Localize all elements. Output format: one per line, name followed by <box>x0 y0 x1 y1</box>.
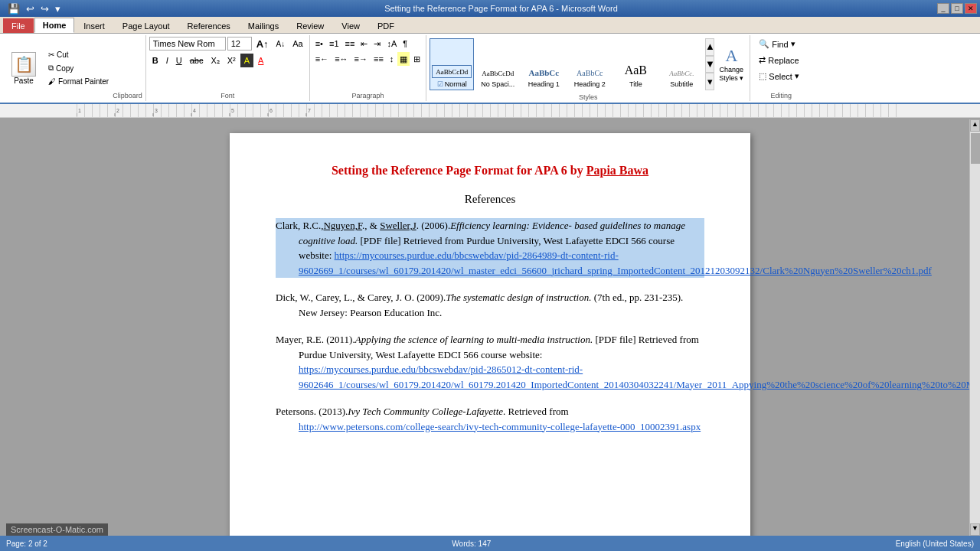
show-marks-button[interactable]: ¶ <box>400 37 410 51</box>
font-format-row: B I U abc X₂ X² A A <box>149 54 267 67</box>
font-color-button[interactable]: A <box>255 54 266 67</box>
scroll-thumb[interactable] <box>971 133 980 164</box>
ref3-title: Applying the science of learning to mult… <box>355 334 593 345</box>
style-subtitle-preview: AaBbCc. <box>662 68 701 79</box>
font-name-input[interactable] <box>149 37 226 51</box>
styles-more[interactable]: ▾ <box>705 73 714 90</box>
find-button[interactable]: 🔍 Find ▾ <box>753 37 800 51</box>
styles-scroll-down[interactable]: ▼ <box>705 56 714 73</box>
select-button[interactable]: ⬚ Select ▾ <box>753 69 805 83</box>
ref4-title: Ivy Tech Community College-Lafayette <box>348 406 503 417</box>
replace-button[interactable]: ⇄ Replace <box>753 53 804 67</box>
scroll-down-arrow[interactable]: ▼ <box>970 523 980 536</box>
editing-group-label: Editing <box>753 90 808 99</box>
text-highlight-button[interactable]: A <box>240 54 253 67</box>
align-right-button[interactable]: ≡→ <box>352 52 370 66</box>
ribbon-tabs: File Home Insert Page Layout References … <box>0 17 980 34</box>
search-icon: 🔍 <box>759 39 769 49</box>
vertical-scrollbar[interactable]: ▲ ▼ <box>969 119 980 536</box>
numbering-button[interactable]: ≡1 <box>327 37 341 51</box>
cut-button[interactable]: ✂ Cut <box>44 49 113 60</box>
redo-btn[interactable]: ↪ <box>39 2 51 16</box>
ref1-url[interactable]: https://mycourses.purdue.edu/bbcswebdav/… <box>299 249 932 276</box>
tab-references[interactable]: References <box>179 18 239 33</box>
reference-entry-1: Clark, R.C.,Nguyen,F., & Sweller,J. (200… <box>276 218 704 278</box>
font-size-input[interactable] <box>227 37 252 51</box>
ref4-url[interactable]: http://www.petersons.com/college-search/… <box>299 421 701 432</box>
undo-btn[interactable]: ↩ <box>24 2 36 16</box>
clipboard-small-buttons: ✂ Cut ⧉ Copy 🖌 Format Painter <box>41 37 113 99</box>
select-dropdown-icon: ▾ <box>795 71 799 81</box>
sort-button[interactable]: ↕A <box>384 37 399 51</box>
style-heading2-label: Heading 2 <box>574 80 606 88</box>
border-button[interactable]: ⊞ <box>411 52 423 66</box>
style-title[interactable]: AaB Title <box>613 38 658 90</box>
restore-btn[interactable]: □ <box>951 3 963 14</box>
shading-button[interactable]: ▦ <box>397 52 410 66</box>
align-left-button[interactable]: ≡← <box>313 52 331 66</box>
ref3-url[interactable]: https://mycourses.purdue.edu/bbcswebdav/… <box>299 364 980 390</box>
tab-review[interactable]: Review <box>288 18 332 33</box>
paste-button[interactable]: 📋 Paste <box>6 37 41 99</box>
format-painter-icon: 🖌 <box>48 77 56 86</box>
bold-button[interactable]: B <box>149 54 162 67</box>
checkbox-icon: ☑ <box>437 80 443 88</box>
style-title-preview: AaB <box>616 62 655 79</box>
increase-indent-button[interactable]: ⇥ <box>371 37 383 51</box>
style-heading1[interactable]: AaBbCc Heading 1 <box>521 38 566 90</box>
scroll-up-arrow[interactable]: ▲ <box>970 119 980 132</box>
screencast-watermark: Screencast-O-Matic.com <box>6 523 108 536</box>
find-dropdown-icon: ▾ <box>791 39 795 49</box>
format-painter-button[interactable]: 🖌 Format Painter <box>44 76 113 87</box>
minimize-btn[interactable]: _ <box>937 3 949 14</box>
styles-group-label: Styles <box>430 92 746 101</box>
style-no-spacing[interactable]: AaBbCcDd No Spaci... <box>475 38 520 90</box>
tab-home[interactable]: Home <box>34 18 75 33</box>
tab-insert[interactable]: Insert <box>75 18 113 33</box>
clipboard-group: 📋 Paste ✂ Cut ⧉ Copy 🖌 Format Painter Cl… <box>3 35 146 101</box>
underline-button[interactable]: U <box>173 54 185 67</box>
strikethrough-button[interactable]: abc <box>187 54 207 67</box>
tab-file[interactable]: File <box>3 18 34 33</box>
close-btn[interactable]: ✕ <box>965 3 977 14</box>
window-title: Setting the Reference Page Format for AP… <box>65 4 937 13</box>
styles-scroll-up[interactable]: ▲ <box>705 38 714 56</box>
doc-title: Setting the Reference Page Format for AP… <box>276 164 704 178</box>
svg-text:6: 6 <box>270 108 273 113</box>
line-spacing-button[interactable]: ↕ <box>387 52 397 66</box>
ref2-title: The systematic design of instruction. <box>446 292 591 303</box>
customize-btn[interactable]: ▾ <box>54 2 62 16</box>
italic-button[interactable]: I <box>163 54 172 67</box>
reference-entry-4: Petersons. (2013).Ivy Tech Community Col… <box>276 404 704 434</box>
save-btn[interactable]: 💾 <box>6 2 21 16</box>
tab-mailings[interactable]: Mailings <box>240 18 287 33</box>
copy-button[interactable]: ⧉ Copy <box>44 62 113 74</box>
title-bar: 💾 ↩ ↪ ▾ Setting the Reference Page Forma… <box>0 0 980 17</box>
style-heading2[interactable]: AaBbCc Heading 2 <box>567 38 612 90</box>
bullets-button[interactable]: ≡• <box>313 37 325 51</box>
justify-button[interactable]: ≡≡ <box>371 52 386 66</box>
document-page: Setting the Reference Page Format for AP… <box>230 133 750 536</box>
style-subtitle-label: Subtitle <box>670 80 693 88</box>
quick-access-toolbar: 💾 ↩ ↪ ▾ <box>3 2 65 16</box>
language: English (United States) <box>896 540 974 548</box>
style-subtitle[interactable]: AaBbCc. Subtitle <box>659 38 704 90</box>
reference-entry-3: Mayer, R.E. (2011).Applying the science … <box>276 332 704 392</box>
ruler: 1 2 3 4 5 6 7 <box>0 104 980 118</box>
change-styles-button[interactable]: A ChangeStyles ▾ <box>716 43 746 86</box>
decrease-indent-button[interactable]: ⇤ <box>358 37 370 51</box>
grow-font-button[interactable]: A↑ <box>253 37 272 51</box>
style-normal[interactable]: AaBbCcDd ☑ Normal <box>430 38 474 90</box>
subscript-button[interactable]: X₂ <box>207 54 222 67</box>
document-area: Setting the Reference Page Format for AP… <box>0 118 980 536</box>
shrink-font-button[interactable]: A↓ <box>273 37 289 51</box>
align-center-button[interactable]: ≡↔ <box>332 52 350 66</box>
tab-page-layout[interactable]: Page Layout <box>114 18 178 33</box>
tab-pdf[interactable]: PDF <box>369 18 403 33</box>
superscript-button[interactable]: X² <box>224 54 239 67</box>
clear-format-button[interactable]: Aa <box>289 37 305 51</box>
tab-view[interactable]: View <box>333 18 368 33</box>
styles-container: AaBbCcDd ☑ Normal AaBbCcDd No Spaci... A… <box>430 37 746 92</box>
multilevel-button[interactable]: ≡≡ <box>343 37 358 51</box>
page-info: Page: 2 of 2 <box>6 540 47 548</box>
